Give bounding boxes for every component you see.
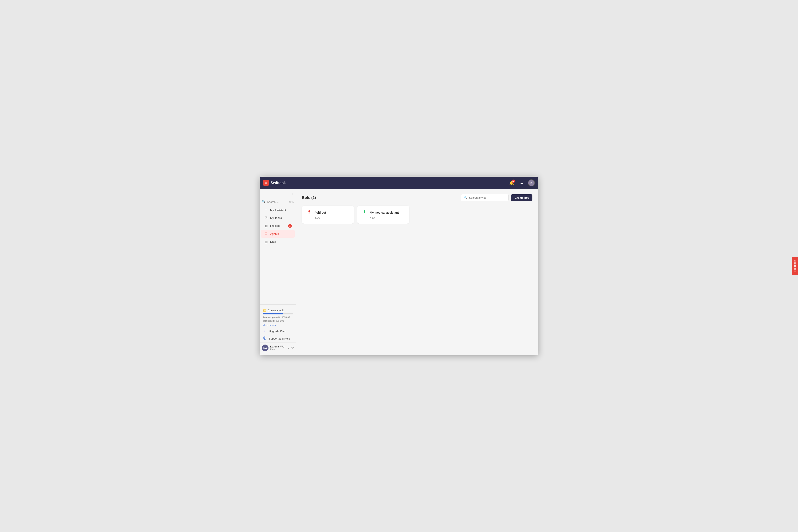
content-header: Bots (2) 🔍 Create bot [302, 194, 532, 201]
bots-grid: Polti bot RAG My medi [302, 206, 532, 224]
sidebar-bottom: 💳 Current credit Remaining credit : 135 … [260, 304, 296, 355]
sidebar-search[interactable]: 🔍 Search ... ⌘+K [260, 199, 296, 205]
credit-label: Current credit [268, 309, 284, 312]
credit-info: Remaining credit : 135 667 Total credit … [263, 316, 293, 323]
user-name: Karen's Wo [270, 345, 286, 348]
sidebar-nav: □ My Assistant ☑ My Tasks ▦ Projects 2 [260, 205, 296, 256]
svg-point-10 [364, 211, 365, 212]
header-right: 🔍 Create bot [461, 194, 532, 201]
agents-label: Agents [270, 232, 292, 235]
bot-card-medical-header: My medical assistant [361, 209, 405, 216]
support-label: Support and Help [269, 337, 290, 340]
my-tasks-icon: ☑ [264, 216, 268, 220]
header-actions: 🔔 54 ☁ K [508, 179, 535, 187]
search-bots-input[interactable] [469, 196, 506, 199]
upgrade-plan-icon: ✦ [263, 329, 267, 333]
user-section[interactable]: KW Karen's Wo Free ∨ ⚙ [260, 342, 296, 353]
app-header: ≡ Swiftask 🔔 54 ☁ K [260, 177, 538, 189]
bot-card-polti-header: Polti bot [306, 209, 350, 216]
sidebar-item-data[interactable]: ▤ Data [261, 238, 295, 246]
app-name: Swiftask [270, 181, 286, 185]
credit-bar-fill [263, 314, 283, 315]
more-details-link[interactable]: More details → [263, 324, 293, 326]
data-icon: ▤ [264, 240, 268, 244]
sidebar-top: « [260, 189, 296, 199]
sidebar-item-projects[interactable]: ▦ Projects 2 [261, 222, 295, 230]
search-text: Search ... [267, 200, 287, 204]
search-bots-icon: 🔍 [463, 196, 468, 200]
upgrade-plan-label: Upgrade Plan [269, 329, 286, 333]
bot-card-medical[interactable]: My medical assistant RAG [357, 206, 409, 224]
avatar-initial: K [530, 181, 532, 185]
weather-icon: ☁ [520, 180, 524, 185]
total-credit: Total credit : 200 000 [263, 319, 293, 323]
search-bots-container[interactable]: 🔍 [461, 194, 509, 201]
support-icon [263, 337, 267, 341]
my-tasks-label: My Tasks [270, 216, 292, 220]
agents-icon [264, 232, 268, 236]
search-icon: 🔍 [262, 200, 266, 204]
my-assistant-icon: □ [264, 208, 268, 212]
page-title: Bots (2) [302, 195, 316, 200]
medical-bot-name: My medical assistant [370, 211, 399, 214]
data-label: Data [270, 240, 292, 243]
sidebar-collapse-button[interactable]: « [291, 191, 294, 196]
medical-bot-icon [361, 209, 368, 216]
projects-badge: 2 [288, 224, 292, 228]
sidebar-item-my-assistant[interactable]: □ My Assistant [261, 206, 295, 214]
search-shortcut: ⌘+K [289, 201, 294, 203]
credit-bar-background [263, 314, 293, 315]
polti-bot-name: Polti bot [315, 211, 326, 214]
credit-card-icon: 💳 [263, 309, 266, 312]
credit-header: 💳 Current credit [263, 309, 293, 312]
logo-icon: ≡ [263, 180, 269, 186]
sidebar-item-my-tasks[interactable]: ☑ My Tasks [261, 214, 295, 222]
user-chevron-icon: ∨ [288, 346, 289, 349]
svg-point-8 [309, 211, 310, 212]
user-avatar-header[interactable]: K [528, 179, 535, 186]
upgrade-plan-button[interactable]: ✦ Upgrade Plan [260, 327, 296, 335]
projects-label: Projects [270, 224, 286, 227]
svg-point-2 [264, 338, 265, 339]
sidebar-item-agents[interactable]: Agents [261, 230, 295, 238]
polti-bot-icon [306, 209, 312, 216]
app-logo: ≡ Swiftask [263, 180, 286, 186]
feedback-tab[interactable]: Feedback [792, 257, 798, 275]
notification-badge: 54 [512, 179, 515, 183]
polti-bot-type: RAG [306, 217, 350, 220]
collapse-icon: « [291, 192, 293, 195]
main-content: Bots (2) 🔍 Create bot [296, 189, 538, 355]
svg-point-0 [266, 232, 267, 233]
notifications-button[interactable]: 🔔 54 [508, 179, 515, 187]
medical-bot-type: RAG [361, 217, 405, 220]
create-bot-button[interactable]: Create bot [511, 194, 532, 201]
remaining-credit: Remaining credit : 135 667 [263, 316, 293, 319]
projects-icon: ▦ [264, 224, 268, 228]
weather-button[interactable]: ☁ [518, 179, 525, 187]
user-avatar: KW [262, 345, 268, 351]
support-and-help-button[interactable]: Support and Help [260, 335, 296, 342]
user-plan: Free [270, 348, 286, 350]
main-layout: « 🔍 Search ... ⌘+K □ My Assistant ☑ My T… [260, 189, 538, 355]
sidebar: « 🔍 Search ... ⌘+K □ My Assistant ☑ My T… [260, 189, 296, 355]
my-assistant-label: My Assistant [270, 209, 292, 212]
credit-section: 💳 Current credit Remaining credit : 135 … [260, 307, 296, 327]
settings-button[interactable]: ⚙ [291, 346, 294, 350]
user-info: Karen's Wo Free [270, 345, 286, 350]
bot-card-polti[interactable]: Polti bot RAG [302, 206, 354, 224]
